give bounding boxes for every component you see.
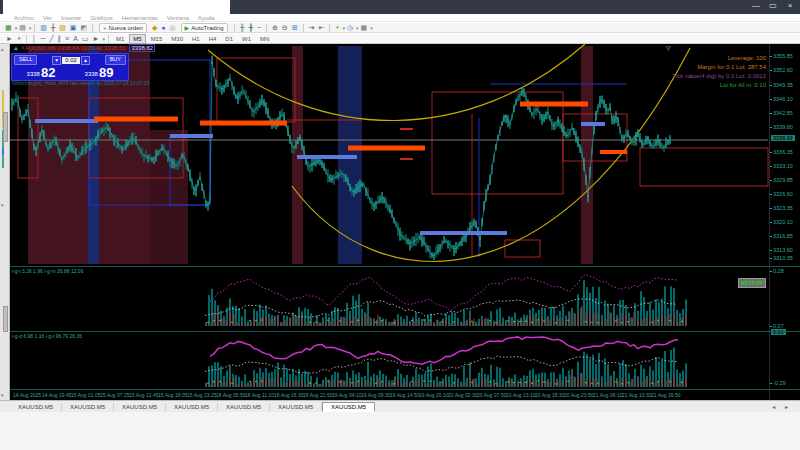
auto-scroll-icon[interactable]: ⇥ [309, 24, 315, 32]
market-watch-icon[interactable]: ▥ [40, 24, 47, 32]
volume-input[interactable]: 0.02 [62, 57, 80, 64]
menu-item-ventana[interactable]: Ventana [167, 15, 189, 21]
trendline-icon[interactable]: ╱ [49, 35, 53, 43]
tab-scroll-arrows[interactable]: ◂ ▸ [772, 403, 792, 410]
indicator-tick: -0.29 [773, 380, 786, 386]
time-label: 15 Aug 18:05 [158, 392, 187, 398]
strip-collapse-icon-2[interactable]: ▾ [1, 392, 4, 398]
minimize-button[interactable]: — [748, 1, 764, 10]
bars-chart-icon[interactable]: ╫ [240, 24, 245, 32]
timeframe-m1[interactable]: M1 [112, 34, 128, 44]
chart-tab-6[interactable]: XAUUSD,M5 [322, 402, 375, 412]
toolbar-separator [92, 24, 93, 32]
dropdown-arrow-icon[interactable]: ▾ [15, 25, 18, 31]
titlebar-dark-segment [230, 0, 800, 14]
tile-windows-icon[interactable]: ⊞ [292, 24, 298, 32]
autotrading-button[interactable]: ▶AutoTrading [181, 23, 228, 33]
info-line-1: Margin for 0.1 Lot: 287.54 [673, 63, 767, 72]
profiles-icon[interactable]: ▤ [19, 24, 26, 32]
dropdown-arrow-icon[interactable]: ▾ [356, 25, 359, 31]
standard-toolbar: ▦▾▤▾▥╋▨▣◩+Nueva orden◆●◎▶AutoTrading╫╂~⊕… [0, 23, 800, 33]
fibonacci-icon[interactable]: ≡ [65, 35, 69, 43]
new-chart-icon[interactable]: ▦ [5, 24, 12, 32]
chart-tab-4[interactable]: XAUUSD,M5 [218, 403, 270, 411]
maximize-button[interactable]: ▭ [765, 1, 781, 10]
data-window-icon[interactable]: ╋ [51, 24, 55, 32]
timeframe-h4[interactable]: H4 [205, 34, 221, 44]
timeframe-m15[interactable]: M15 [147, 34, 167, 44]
vertical-line-icon[interactable]: │ [32, 35, 36, 43]
channel-icon[interactable]: ∥ [58, 35, 62, 43]
menu-item-archivo[interactable]: Archivo [14, 15, 34, 21]
buy-price[interactable]: 3338 89 [70, 65, 128, 80]
dropdown-arrow-icon[interactable]: ▾ [102, 36, 105, 42]
crosshair-icon[interactable]: + [17, 35, 21, 43]
menu-item-ayuda[interactable]: Ayuda [198, 15, 215, 21]
chart-tab-3[interactable]: XAUUSD,M5 [166, 403, 218, 411]
metaeditor-icon[interactable]: ◆ [152, 24, 157, 32]
navigator-icon[interactable]: ▨ [59, 24, 66, 32]
strip-scroll-up-icon[interactable]: ▴ [1, 46, 4, 52]
time-label: 18 Aug 11:10 [245, 392, 274, 398]
menu-item-gráficos[interactable]: Gráficos [90, 15, 112, 21]
sell-price[interactable]: 3338 82 [12, 65, 70, 80]
panel-separator[interactable] [10, 266, 800, 267]
collapsed-panel-strip[interactable]: ▴ ▾ ▾ [0, 44, 10, 412]
strip-scrollbar-thumb[interactable] [3, 112, 8, 142]
menu-item-herramientas[interactable]: Herramientas [122, 15, 158, 21]
menu-item-insertar[interactable]: Insertar [61, 15, 81, 21]
timeframe-w1[interactable]: W1 [238, 34, 255, 44]
autotrading-button-label: AutoTrading [191, 25, 223, 31]
chart-tab-0[interactable]: XAUUSD,M5 [10, 403, 62, 411]
time-label: 15 Aug 01:05 [71, 392, 100, 398]
buy-button[interactable]: BUY [105, 55, 126, 65]
low-value: 3338.51 [104, 45, 126, 51]
shapes-icon[interactable]: ► [92, 35, 99, 43]
new-order-button[interactable]: +Nueva orden [99, 23, 147, 33]
menu-item-ver[interactable]: Ver [43, 15, 52, 21]
chart-tab-1[interactable]: XAUUSD,M5 [62, 403, 114, 411]
horizontal-line-icon[interactable]: ─ [40, 35, 45, 43]
dropdown-arrow-icon[interactable]: ▾ [29, 25, 32, 31]
price-tick: 3352.60 [773, 67, 793, 73]
sell-button[interactable]: SELL [14, 55, 37, 65]
volume-down-button[interactable]: ▼ [52, 56, 61, 65]
dropdown-arrow-icon[interactable]: ▾ [342, 25, 345, 31]
strip-collapse-icon[interactable]: ▾ [1, 202, 4, 208]
timeframe-m30[interactable]: M30 [167, 34, 187, 44]
chart-canvas[interactable] [10, 44, 800, 400]
chart-shift-icon[interactable]: ⇤ [318, 24, 324, 32]
candles-chart-icon[interactable]: ╂ [249, 24, 253, 32]
close-button[interactable]: × [782, 1, 798, 10]
terminal-icon[interactable]: ▣ [70, 24, 77, 32]
time-label: 15 Aug 12:45 [129, 392, 158, 398]
line-chart-icon[interactable]: ~ [257, 24, 261, 32]
dropdown-arrow-icon[interactable]: ▾ [370, 25, 373, 31]
info-line-2: Tick value(4 dig) by 0.1 Lot: 0.0012 [673, 72, 767, 81]
chart-tab-5[interactable]: XAUUSD,M5 [270, 403, 322, 411]
timeframe-m5[interactable]: M5 [129, 34, 145, 44]
panel-separator[interactable] [10, 331, 800, 332]
indicators-icon[interactable]: + [335, 24, 339, 32]
text-label-icon[interactable]: A [73, 35, 78, 43]
timeframe-h1[interactable]: H1 [188, 34, 204, 44]
zoom-out-icon[interactable]: ⊖ [282, 24, 288, 32]
timeframe-mn[interactable]: MN [256, 34, 273, 44]
chart-tab-2[interactable]: XAUUSD,M5 [114, 403, 166, 411]
time-label: 20 Aug 18:30 [535, 392, 564, 398]
price-tick: 3342.85 [773, 110, 793, 116]
cursor-icon[interactable]: ► [6, 35, 13, 43]
timeframe-d1[interactable]: D1 [221, 34, 237, 44]
arrow-objects-icon[interactable]: ▭ [82, 35, 89, 43]
zoom-in-icon[interactable]: ⊕ [272, 24, 278, 32]
community-icon[interactable]: ● [161, 24, 165, 32]
price-tick: 3313.60 [773, 247, 793, 253]
templates-icon[interactable]: ▦ [361, 24, 368, 32]
strip-scrollbar-thumb-2[interactable] [3, 306, 8, 332]
market-icon[interactable]: ◎ [170, 24, 176, 32]
strategy-tester-icon[interactable]: ◩ [80, 24, 87, 32]
volume-up-button[interactable]: ▲ [81, 56, 90, 65]
periods-icon[interactable]: ◷ [347, 24, 353, 32]
account-info-lines: Leverage: 100Margin for 0.1 Lot: 287.54T… [673, 54, 767, 90]
new-order-button-icon: + [103, 25, 107, 31]
